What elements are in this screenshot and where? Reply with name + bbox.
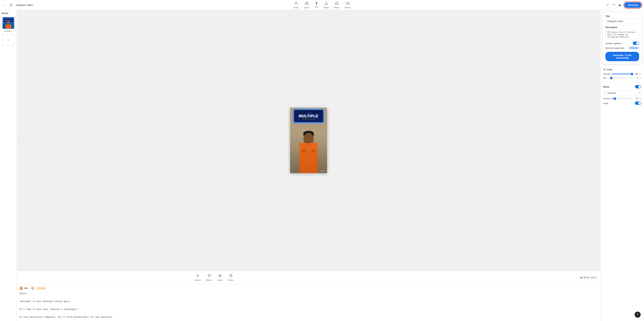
media-icon xyxy=(335,1,338,6)
opacity-unit: % xyxy=(639,73,641,75)
blur-track xyxy=(611,78,632,78)
volume-thumb[interactable] xyxy=(614,97,616,100)
scene-1-thumbnail[interactable]: MULTIPLE xyxy=(2,17,14,29)
help-button[interactable]: ? xyxy=(634,312,641,318)
music-note-icon: ♪ xyxy=(605,92,606,94)
svg-point-9 xyxy=(231,276,231,277)
record-icon xyxy=(346,1,349,6)
avatar-icon xyxy=(294,1,298,6)
bottom-tools: Gesture Marker xyxy=(194,274,234,281)
blur-thumb[interactable] xyxy=(610,77,612,79)
script-timer: 0.75s xyxy=(36,287,46,290)
avatar-figure xyxy=(297,129,320,173)
popup-title-input[interactable] xyxy=(606,18,639,24)
crop-section: Crop Opacity 100 % Blur 0 % xyxy=(600,66,644,83)
script-controls: EN › 0.75s xyxy=(20,286,598,290)
remove-watermark-row: Remove watermark UPGRADE xyxy=(606,47,639,49)
add-scene-button[interactable]: + xyxy=(2,34,14,46)
svg-point-0 xyxy=(296,2,297,3)
scenes-label: Scenes xyxy=(1,12,8,14)
svg-marker-3 xyxy=(325,2,328,5)
toolbar-item-avatar[interactable]: Avatar xyxy=(294,1,299,8)
scenes-panel: Scenes MULTIPLE SCENE 1 + xyxy=(0,10,17,321)
blur-unit: % xyxy=(639,77,641,79)
media-label: Media xyxy=(334,6,339,8)
top-bar-left: ‹ ☰ Instagram Video xyxy=(3,2,36,7)
opacity-track xyxy=(611,74,632,74)
loop-toggle[interactable] xyxy=(635,101,641,105)
redo-button[interactable]: ↷ xyxy=(612,3,616,7)
svg-point-6 xyxy=(209,275,210,276)
music-section: Music ♪ Dynamic ▾ Volume 18 % Loop xyxy=(600,83,644,107)
remove-watermark-label: Remove watermark xyxy=(606,47,624,49)
toolbar-center: Avatar Space T Text Sha xyxy=(294,1,350,8)
watermark: synthesia xyxy=(320,170,326,172)
music-chevron-icon: ▾ xyxy=(638,92,640,94)
opacity-thumb[interactable] xyxy=(631,73,633,75)
marker-icon xyxy=(208,274,211,278)
script-lang-badge xyxy=(20,287,23,290)
crop-icon xyxy=(603,68,606,71)
back-button[interactable]: ‹ xyxy=(3,2,6,7)
toolbar-item-record[interactable]: Record xyxy=(345,1,350,8)
time-play-icon: ▶ xyxy=(581,276,582,279)
popup-desc-textarea[interactable]: Multiple choice fashion quiz to engage m… xyxy=(606,29,639,39)
volume-track xyxy=(611,98,632,99)
script-lang-arrow[interactable]: › xyxy=(29,287,29,290)
include-captions-row: Include captions xyxy=(606,41,639,45)
text-icon: T xyxy=(315,2,318,5)
music-select-row[interactable]: ♪ Dynamic ▾ xyxy=(603,90,641,96)
music-header: Music xyxy=(603,85,641,88)
top-bar-right: ↶ ↷ ▶ Generate xyxy=(606,2,641,8)
diction-tool[interactable]: Diction xyxy=(228,274,234,281)
generate-button[interactable]: Generate xyxy=(624,2,641,8)
popup-title-label: Title xyxy=(606,15,639,17)
marker-tool[interactable]: Marker xyxy=(206,274,212,281)
music-toggle[interactable] xyxy=(635,85,641,88)
menu-button[interactable]: ☰ xyxy=(8,2,14,7)
center-area: ‹ xyxy=(17,10,600,321)
toolbar-item-text[interactable]: T Text xyxy=(315,2,318,8)
space-icon xyxy=(305,1,308,6)
blur-label: Blur xyxy=(603,77,610,79)
toolbar-item-space[interactable]: Space xyxy=(304,1,309,8)
undo-button[interactable]: ↶ xyxy=(606,3,610,7)
main-layout: Scenes MULTIPLE SCENE 1 + ‹ xyxy=(0,10,644,321)
opacity-label: Opacity xyxy=(603,73,610,75)
opacity-value: 100 xyxy=(633,73,638,75)
script-avatar-icon xyxy=(31,286,35,290)
volume-row: Volume 18 % xyxy=(603,97,641,100)
generate-action-button[interactable]: Generate - 6 min processing xyxy=(606,52,639,61)
pause-icon xyxy=(218,274,222,278)
script-text[interactable]: Hello! "Welcome" to this Multiple Choice… xyxy=(20,292,598,321)
gesture-label: Gesture xyxy=(194,279,201,281)
blur-value: 0 xyxy=(633,77,638,79)
shape-label: Shape xyxy=(324,6,329,8)
right-panel: Title Description Multiple choice fashio… xyxy=(600,10,644,321)
avatar-label: Avatar xyxy=(294,6,299,8)
opacity-row: Opacity 100 % xyxy=(603,73,641,75)
preview-play-button[interactable]: ▶ xyxy=(618,2,622,7)
neon-sign: THE MULTIPLE CHOICE QUIZ xyxy=(294,109,324,123)
upgrade-badge[interactable]: UPGRADE xyxy=(628,47,639,49)
pause-tool[interactable]: Pause xyxy=(218,274,223,281)
video-canvas: THE MULTIPLE CHOICE QUIZ xyxy=(290,108,327,173)
marker-label: Marker xyxy=(206,279,212,281)
shape-icon xyxy=(324,1,328,6)
bottom-controls-bar: Gesture Marker xyxy=(17,271,600,284)
include-captions-toggle[interactable] xyxy=(633,41,639,45)
loop-label: Loop xyxy=(603,102,608,104)
script-timer-value: 0.75s xyxy=(40,287,45,289)
popup-desc-label: Description xyxy=(606,26,639,28)
opacity-fill xyxy=(611,74,632,74)
canvas-viewport: ‹ xyxy=(17,10,600,271)
toolbar-item-media[interactable]: Media xyxy=(334,1,339,8)
blur-row: Blur 0 % xyxy=(603,77,641,79)
canvas-left-arrow[interactable]: ‹ xyxy=(18,139,20,142)
diction-icon xyxy=(229,274,233,278)
gesture-icon xyxy=(196,274,200,278)
toolbar-item-shape[interactable]: Shape xyxy=(324,1,329,8)
volume-label: Volume xyxy=(603,97,610,100)
time-display: ▶ 00:01 / 00:15 xyxy=(581,276,596,279)
gesture-tool[interactable]: Gesture xyxy=(194,274,201,281)
